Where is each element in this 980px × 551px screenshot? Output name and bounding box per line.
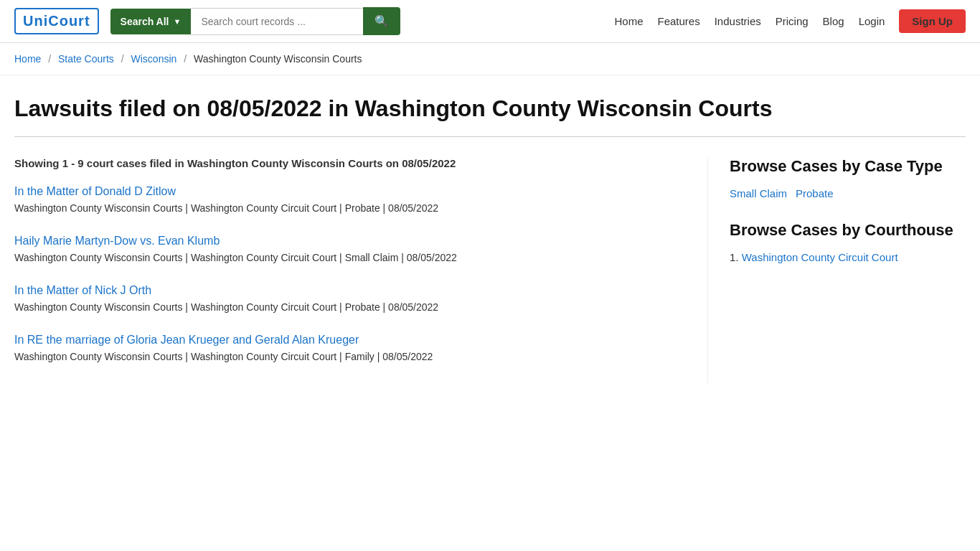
search-all-label: Search All — [121, 16, 169, 27]
divider — [14, 136, 966, 137]
logo: UniCourt — [14, 8, 99, 34]
courthouse-list: 1. Washington County Circuit Court — [730, 251, 966, 263]
breadcrumb-sep-2: / — [121, 53, 124, 65]
case-type-heading: Browse Cases by Case Type — [730, 157, 966, 176]
case-title-4[interactable]: In RE the marriage of Gloria Jean Kruege… — [14, 334, 359, 346]
case-meta-2: Washington County Wisconsin Courts | Was… — [14, 250, 679, 265]
search-input[interactable] — [191, 8, 363, 35]
case-meta-3: Washington County Wisconsin Courts | Was… — [14, 300, 679, 315]
right-column: Browse Cases by Case Type Small Claim Pr… — [707, 157, 966, 383]
signup-button[interactable]: Sign Up — [899, 9, 966, 33]
logo-text: UniCourt — [23, 13, 90, 29]
breadcrumb-state-courts[interactable]: State Courts — [58, 53, 114, 65]
case-title-3[interactable]: In the Matter of Nick J Orth — [14, 284, 151, 296]
breadcrumb: Home / State Courts / Wisconsin / Washin… — [0, 43, 980, 75]
nav-login[interactable]: Login — [859, 15, 885, 27]
page-body: Lawsuits filed on 08/05/2022 in Washingt… — [0, 95, 980, 412]
case-title-2[interactable]: Haily Marie Martyn-Dow vs. Evan Klumb — [14, 235, 220, 247]
breadcrumb-sep-3: / — [184, 53, 187, 65]
chevron-down-icon: ▼ — [174, 17, 182, 26]
case-type-probate[interactable]: Probate — [796, 187, 834, 199]
nav-features[interactable]: Features — [657, 15, 699, 27]
breadcrumb-current: Washington County Wisconsin Courts — [194, 53, 362, 65]
case-meta-4: Washington County Wisconsin Courts | Was… — [14, 349, 679, 364]
case-item: In the Matter of Donald D Zitlow Washing… — [14, 185, 679, 216]
breadcrumb-wisconsin[interactable]: Wisconsin — [131, 53, 177, 65]
header: UniCourt Search All ▼ 🔍 Home Features In… — [0, 0, 980, 43]
case-item: In RE the marriage of Gloria Jean Kruege… — [14, 334, 679, 364]
nav: Home Features Industries Pricing Blog Lo… — [614, 9, 966, 33]
nav-industries[interactable]: Industries — [715, 15, 761, 27]
page-title: Lawsuits filed on 08/05/2022 in Washingt… — [14, 95, 966, 122]
case-item: Haily Marie Martyn-Dow vs. Evan Klumb Wa… — [14, 235, 679, 265]
courthouse-heading: Browse Cases by Courthouse — [730, 221, 966, 240]
search-all-button[interactable]: Search All ▼ — [110, 9, 192, 34]
nav-home[interactable]: Home — [614, 15, 643, 27]
case-title-1[interactable]: In the Matter of Donald D Zitlow — [14, 185, 176, 197]
breadcrumb-sep-1: / — [48, 53, 51, 65]
content-layout: Showing 1 - 9 court cases filed in Washi… — [14, 157, 966, 383]
breadcrumb-home[interactable]: Home — [14, 53, 41, 65]
search-icon: 🔍 — [374, 15, 389, 27]
nav-blog[interactable]: Blog — [823, 15, 844, 27]
case-item: In the Matter of Nick J Orth Washington … — [14, 284, 679, 315]
case-type-small-claim[interactable]: Small Claim — [730, 187, 787, 199]
courthouse-link-1[interactable]: Washington County Circuit Court — [742, 251, 898, 263]
search-button[interactable]: 🔍 — [363, 7, 400, 35]
nav-pricing[interactable]: Pricing — [776, 15, 809, 27]
left-column: Showing 1 - 9 court cases filed in Washi… — [14, 157, 707, 383]
showing-text: Showing 1 - 9 court cases filed in Washi… — [14, 157, 679, 169]
search-area: Search All ▼ 🔍 — [110, 7, 401, 35]
list-item: 1. Washington County Circuit Court — [730, 251, 966, 263]
case-meta-1: Washington County Wisconsin Courts | Was… — [14, 201, 679, 216]
case-type-links: Small Claim Probate — [730, 187, 966, 199]
